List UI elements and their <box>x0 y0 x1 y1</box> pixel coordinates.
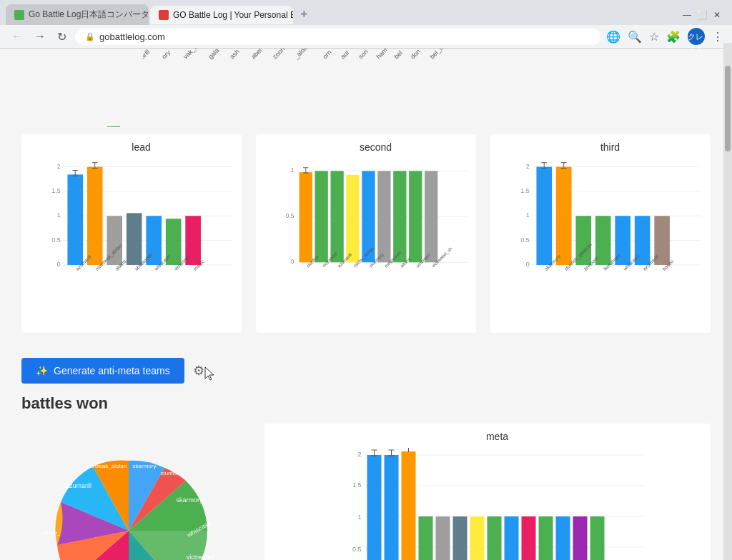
charts-section: lead 2 1.5 1 0.5 0 <box>0 127 732 347</box>
forward-button[interactable]: → <box>31 29 49 44</box>
svg-text:bel: bel <box>392 49 404 61</box>
lead-chart-container: lead 2 1.5 1 0.5 0 <box>21 134 242 333</box>
svg-text:2: 2 <box>357 451 361 458</box>
svg-text:ory: ory <box>160 49 172 60</box>
tab-2-label: GO Battle Log | Your Personal B... <box>173 10 293 20</box>
zoom-icon[interactable]: 🔍 <box>628 30 642 44</box>
battles-won-title: battles won <box>21 394 711 413</box>
svg-point-4 <box>44 92 114 127</box>
svg-marker-108 <box>205 367 214 380</box>
svg-rect-145 <box>505 516 519 560</box>
svg-text:0: 0 <box>526 261 530 268</box>
svg-point-5 <box>44 92 114 127</box>
meta-chart-svg: 2 1.5 1 0.5 <box>290 448 705 560</box>
svg-rect-134 <box>385 455 399 560</box>
battles-won-pie-chart: skarmory victreebel bastiodon medicham <box>21 424 250 560</box>
svg-rect-61 <box>315 171 328 262</box>
tab-2[interactable]: GO Battle Log | Your Personal B... ✕ <box>150 6 293 24</box>
svg-text:stunfisk: stunfisk <box>160 470 180 476</box>
svg-rect-31 <box>67 174 83 265</box>
svg-rect-40 <box>127 213 142 265</box>
svg-text:2: 2 <box>57 163 61 170</box>
svg-text:1.5: 1.5 <box>51 187 60 194</box>
address-bar: ← → ↻ 🔒 gobattlelog.com 🌐 🔍 ☆ 🧩 シークレット ⋮ <box>0 25 732 49</box>
svg-text:0.5: 0.5 <box>286 213 295 219</box>
profile-badge[interactable]: シークレット <box>688 28 705 45</box>
svg-text:abel: abel <box>249 49 263 60</box>
security-lock-icon: 🔒 <box>85 32 95 41</box>
minimize-button[interactable]: — <box>683 10 691 20</box>
meta-chart-title: meta <box>290 431 705 442</box>
svg-text:0: 0 <box>291 259 295 265</box>
close-button[interactable]: ✕ <box>713 10 721 20</box>
partial-pie-chart <box>14 49 143 127</box>
svg-rect-63 <box>346 175 359 262</box>
battles-won-content: skarmory victreebel bastiodon medicham <box>21 424 711 560</box>
lead-chart-title: lead <box>46 141 236 153</box>
tab-1[interactable]: Go Battle Log日本語コンバーター ✕ <box>6 4 149 25</box>
svg-text:0.5: 0.5 <box>352 546 362 553</box>
url-text: gobattlelog.com <box>99 31 165 42</box>
menu-icon[interactable]: ⋮ <box>712 30 723 44</box>
svg-rect-66 <box>393 171 406 262</box>
svg-text:victreebel: victreebel <box>187 554 214 560</box>
extensions-icon[interactable]: 🧩 <box>666 30 681 44</box>
svg-rect-140 <box>419 516 433 560</box>
svg-text:don: don <box>409 49 422 60</box>
top-area: arill ory vak_alc gala ash abel zoon _al… <box>0 49 732 127</box>
svg-rect-143 <box>470 516 485 560</box>
maximize-button[interactable]: ⬜ <box>697 10 708 20</box>
svg-rect-65 <box>377 171 390 262</box>
svg-text:1.5: 1.5 <box>520 187 529 194</box>
third-chart-container: third 2 1.5 1 0.5 0 <box>490 134 711 333</box>
svg-rect-35 <box>87 167 103 265</box>
svg-text:0.5: 0.5 <box>51 236 60 244</box>
tab-2-favicon <box>159 10 169 20</box>
svg-text:0: 0 <box>57 261 61 268</box>
url-bar[interactable]: 🔒 gobattlelog.com <box>75 29 600 45</box>
scrollbar-thumb[interactable] <box>725 66 731 151</box>
svg-text:ash: ash <box>228 49 240 60</box>
svg-rect-138 <box>402 451 416 560</box>
second-chart-container: second 1 0.5 0 <box>256 134 476 333</box>
reload-button[interactable]: ↻ <box>54 29 69 45</box>
bookmark-icon[interactable]: ☆ <box>649 30 659 44</box>
svg-text:arill: arill <box>143 49 151 60</box>
svg-rect-148 <box>556 516 570 560</box>
svg-rect-147 <box>539 516 553 560</box>
generate-button[interactable]: ✨ Generate anti-meta teams <box>21 358 184 384</box>
meta-chart-container: meta 2 1.5 1 0.5 <box>264 424 711 560</box>
svg-text:orn: orn <box>321 49 332 60</box>
svg-point-3 <box>44 92 114 127</box>
svg-text:zoon: zoon <box>271 49 286 60</box>
svg-point-0 <box>44 92 114 127</box>
lead-chart-svg: 2 1.5 1 0.5 0 <box>46 159 236 294</box>
second-chart-title: second <box>281 141 470 153</box>
page-content: arill ory vak_alc gala ash abel zoon _al… <box>0 49 732 560</box>
svg-rect-149 <box>573 516 588 560</box>
back-button[interactable]: ← <box>9 29 26 44</box>
scrollbar[interactable] <box>723 43 732 560</box>
svg-text:bel_sh: bel_sh <box>428 49 447 60</box>
svg-rect-97 <box>595 216 611 265</box>
third-chart-title: third <box>515 141 705 153</box>
svg-rect-141 <box>436 516 450 560</box>
svg-rect-62 <box>330 171 343 262</box>
svg-text:_alolan: _alolan <box>292 49 312 61</box>
svg-rect-144 <box>488 516 502 560</box>
svg-text:1: 1 <box>57 211 61 219</box>
svg-text:1: 1 <box>291 167 295 174</box>
svg-rect-92 <box>556 167 572 265</box>
svg-text:1: 1 <box>526 211 530 219</box>
svg-text:son: son <box>357 49 369 60</box>
svg-text:1: 1 <box>357 514 361 521</box>
new-tab-button[interactable]: + <box>295 4 314 25</box>
window-controls: — ⬜ ✕ <box>683 10 726 20</box>
cursor-indicator <box>202 366 217 383</box>
second-chart-svg: 1 0.5 0 <box>281 159 470 294</box>
translate-icon[interactable]: 🌐 <box>606 30 620 44</box>
third-chart-svg: 2 1.5 1 0.5 0 <box>515 159 705 294</box>
browser-toolbar: 🌐 🔍 ☆ 🧩 シークレット ⋮ <box>606 28 723 45</box>
svg-text:marowak_alolan: marowak_alolan <box>85 463 127 469</box>
battles-won-section: battles won skarmory victreebel bastiodo… <box>0 394 732 560</box>
